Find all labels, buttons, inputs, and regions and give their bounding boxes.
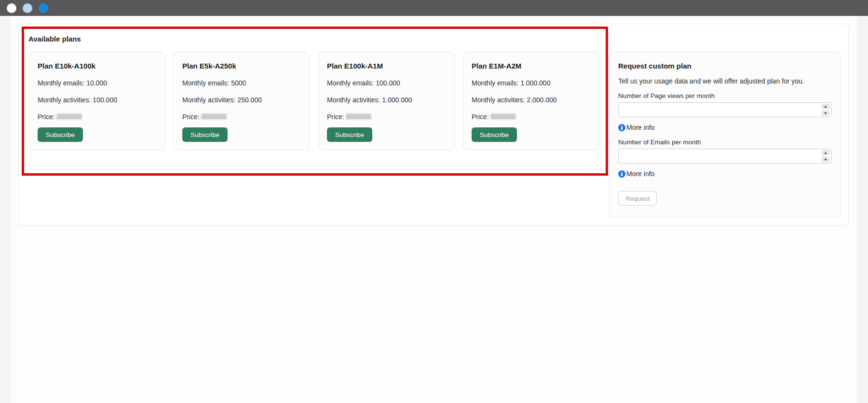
- page-views-label: Number of Page views per month: [618, 92, 832, 99]
- plan-title: Plan E1M-A2M: [472, 62, 591, 70]
- emails-label: Number of Emails per month: [618, 139, 832, 146]
- plan-monthly-activities: Monthly activities: 1.000.000: [327, 96, 446, 104]
- window-control-2-icon[interactable]: [23, 3, 32, 13]
- plan-price-line: Price:: [472, 113, 591, 121]
- plan-price-line: Price:: [327, 113, 446, 121]
- plan-price-line: Price:: [38, 113, 157, 121]
- spinner-down-icon[interactable]: [822, 111, 829, 116]
- section-title: Available plans: [28, 35, 81, 43]
- plan-price-label: Price:: [327, 113, 344, 121]
- window-titlebar: [0, 0, 868, 16]
- spinner-up-icon[interactable]: [822, 150, 829, 155]
- plan-title: Plan E5k-A250k: [182, 62, 301, 70]
- plan-price-redacted: [56, 114, 82, 120]
- plan-card-e100k-a1m: Plan E100k-A1M Monthly emails: 100.000 M…: [318, 52, 455, 150]
- plan-monthly-emails: Monthly emails: 1.000.000: [472, 79, 591, 87]
- plan-monthly-emails: Monthly emails: 100.000: [327, 79, 446, 87]
- spinner-up-icon[interactable]: [822, 104, 829, 109]
- emails-spinner: [822, 150, 829, 162]
- more-info-label: More info: [626, 170, 654, 178]
- page-views-input[interactable]: [618, 102, 832, 117]
- request-button[interactable]: Request: [618, 191, 657, 206]
- page-views-spinner: [822, 104, 829, 116]
- spinner-down-icon[interactable]: [822, 157, 829, 162]
- plan-monthly-emails: Monthly emails: 10.000: [38, 79, 157, 87]
- page-background: Available plans Plan E10k-A100k Monthly …: [11, 16, 857, 403]
- subscribe-button[interactable]: Subscribe: [327, 127, 372, 142]
- plan-price-label: Price:: [182, 113, 200, 121]
- window-control-3-icon[interactable]: [39, 3, 48, 13]
- page-views-more-info-link[interactable]: More info: [618, 124, 654, 131]
- plan-card-e10k-a100k: Plan E10k-A100k Monthly emails: 10.000 M…: [29, 52, 165, 150]
- emails-more-info-link[interactable]: More info: [618, 170, 654, 178]
- plan-price-line: Price:: [182, 113, 301, 121]
- emails-input[interactable]: [618, 149, 832, 164]
- plan-monthly-activities: Monthly activities: 100.000: [38, 96, 157, 104]
- subscribe-button[interactable]: Subscribe: [182, 127, 228, 142]
- plan-price-redacted: [201, 114, 227, 120]
- plans-section-card: Available plans Plan E10k-A100k Monthly …: [18, 24, 849, 225]
- info-icon: [618, 124, 625, 131]
- subscribe-button[interactable]: Subscribe: [38, 127, 83, 142]
- plan-price-label: Price:: [472, 113, 489, 121]
- more-info-label: More info: [626, 124, 654, 131]
- plan-title: Plan E100k-A1M: [327, 62, 446, 70]
- custom-plan-title: Request custom plan: [618, 62, 832, 70]
- plan-price-redacted: [490, 114, 516, 120]
- plan-price-label: Price:: [38, 113, 55, 121]
- plan-card-e1m-a2m: Plan E1M-A2M Monthly emails: 1.000.000 M…: [463, 52, 599, 150]
- window-control-1-icon[interactable]: [7, 3, 16, 13]
- custom-plan-panel: Request custom plan Tell us your usage d…: [609, 52, 841, 218]
- page-views-input-wrap: [618, 102, 832, 117]
- plan-price-redacted: [346, 114, 371, 120]
- plan-monthly-activities: Monthly activities: 250.000: [182, 96, 301, 104]
- emails-input-wrap: [618, 149, 832, 164]
- plan-monthly-activities: Monthly activities: 2.000.000: [472, 96, 591, 104]
- plans-row: Plan E10k-A100k Monthly emails: 10.000 M…: [29, 52, 599, 150]
- plan-card-e5k-a250k: Plan E5k-A250k Monthly emails: 5000 Mont…: [174, 52, 310, 150]
- plan-monthly-emails: Monthly emails: 5000: [182, 79, 301, 87]
- screen: Available plans Plan E10k-A100k Monthly …: [0, 0, 868, 403]
- subscribe-button[interactable]: Subscribe: [472, 127, 517, 142]
- plan-title: Plan E10k-A100k: [38, 62, 157, 70]
- custom-plan-description: Tell us your usage data and we will offe…: [618, 77, 832, 85]
- info-icon: [618, 170, 625, 178]
